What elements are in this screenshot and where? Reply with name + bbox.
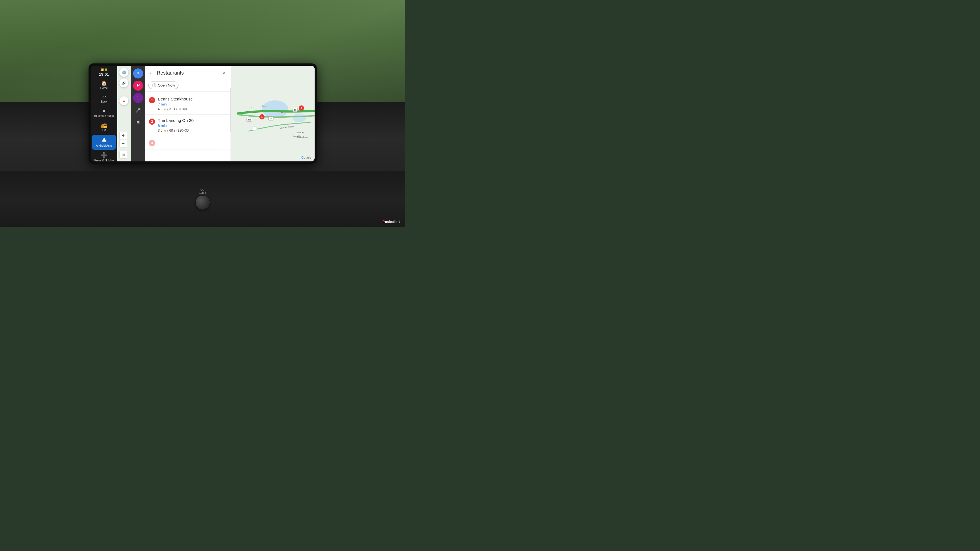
star-icon-2: ★ bbox=[164, 129, 167, 132]
restaurant-info-3: ... bbox=[158, 140, 228, 145]
vol-label: VOLAUDIO bbox=[199, 189, 206, 195]
sidebar-item-android-auto[interactable]: Android Auto bbox=[92, 135, 116, 150]
fm-icon: 📻 bbox=[101, 123, 107, 128]
restaurant-meta-1: 4.8 ★ (313) · $100+ bbox=[158, 107, 228, 111]
panel-back-btn[interactable]: ← bbox=[148, 70, 154, 76]
star-icon-1: ★ bbox=[164, 107, 167, 111]
svg-text:395: 395 bbox=[248, 119, 251, 121]
home-label: Home bbox=[100, 87, 108, 90]
map-controls: ⚙️ 🔊 bbox=[119, 68, 128, 87]
sidebar-item-press-hold[interactable]: ➕ Press & Hold to Add bbox=[92, 150, 116, 161]
panel-header: ← Restaurants × bbox=[145, 66, 231, 79]
restaurant-name-1: Bear's Steakhouse bbox=[158, 97, 228, 101]
clock-icon: 🕐 bbox=[152, 83, 156, 87]
svg-text:Duane Lake: Duane Lake bbox=[297, 136, 308, 138]
pocketlint-p: P bbox=[383, 219, 385, 224]
compass-btn[interactable]: ▲ bbox=[119, 96, 128, 105]
sidebar-item-fm[interactable]: 📻 FM bbox=[92, 121, 116, 134]
scroll-track bbox=[230, 88, 231, 161]
restaurant-num-3: 3 bbox=[149, 140, 155, 146]
panel-close-btn[interactable]: × bbox=[220, 69, 228, 77]
home-icon: 🏠 bbox=[101, 81, 107, 86]
rating-2: 3.5 bbox=[158, 129, 162, 132]
screen-inner: 📶 🔋 19:01 🏠 Home ↩ Back ⨯ Bluetooth Audi… bbox=[91, 66, 315, 161]
svg-point-2 bbox=[262, 100, 288, 118]
layer-btn[interactable]: ⊞ bbox=[119, 151, 127, 159]
bluetooth-audio-label: Bluetooth Audio bbox=[94, 114, 114, 118]
svg-text:er Street: er Street bbox=[260, 105, 266, 107]
restaurant-list[interactable]: 1 Bear's Steakhouse 7 min 4.8 ★ (313) · … bbox=[145, 92, 231, 161]
sidebar-item-bluetooth-audio[interactable]: ⨯ Bluetooth Audio bbox=[92, 106, 116, 120]
compass-area: ▲ bbox=[119, 96, 128, 105]
dashboard-bottom: VOLAUDIO bbox=[0, 171, 406, 227]
vol-knob[interactable] bbox=[196, 195, 210, 210]
sidebar-item-back[interactable]: ↩ Back bbox=[92, 93, 116, 106]
restaurant-name-3: ... bbox=[158, 140, 228, 144]
signal-bars: 📶 bbox=[101, 68, 104, 72]
google-logo: Google bbox=[301, 156, 311, 159]
svg-text:1: 1 bbox=[261, 116, 263, 118]
zoom-out-btn[interactable]: − bbox=[119, 140, 127, 148]
svg-point-3 bbox=[293, 114, 306, 122]
svg-text:son: son bbox=[251, 106, 254, 108]
restaurant-num-1: 1 bbox=[149, 97, 155, 103]
layer-controls: ⊞ bbox=[119, 151, 127, 159]
restaurant-num-2: 2 bbox=[149, 119, 155, 125]
panel-title: Restaurants bbox=[157, 70, 218, 76]
back-icon: ↩ bbox=[102, 95, 106, 99]
rating-1: 4.8 bbox=[158, 107, 162, 111]
fm-label: FM bbox=[102, 129, 106, 132]
svg-marker-0 bbox=[102, 138, 107, 141]
svg-text:88: 88 bbox=[270, 118, 272, 120]
phone-app-icon[interactable]: 📞 bbox=[133, 93, 143, 103]
layer-icon[interactable]: ⊞ bbox=[133, 118, 143, 127]
screen-bezel: 📶 🔋 19:01 🏠 Home ↩ Back ⨯ Bluetooth Audi… bbox=[89, 64, 317, 164]
review-count-2: 68 bbox=[169, 129, 173, 132]
main-content: 395 20 88 7 Schoharie Turnpike Bozenkill… bbox=[117, 66, 315, 161]
signal-indicator: 📶 🔋 bbox=[99, 68, 109, 72]
bluetooth-icon: ⨯ bbox=[102, 108, 106, 114]
restaurant-panel: ← Restaurants × 🕐 Open Now 1 bbox=[145, 66, 231, 161]
battery-icon: 🔋 bbox=[104, 68, 107, 72]
restaurant-item-3-partial[interactable]: 3 ... bbox=[145, 136, 231, 150]
scroll-thumb bbox=[230, 88, 231, 132]
review-count-1: 313 bbox=[169, 107, 175, 111]
restaurant-info-1: Bear's Steakhouse 7 min 4.8 ★ (313) · $1… bbox=[158, 97, 228, 111]
restaurant-meta-2: 3.5 ★ (68) · $20–30 bbox=[158, 129, 228, 132]
sidebar-item-home[interactable]: 🏠 Home bbox=[92, 78, 116, 92]
pocketlint-watermark: Pocketlint bbox=[383, 219, 400, 224]
volume-btn[interactable]: 🔊 bbox=[119, 78, 128, 87]
price-1: $100+ bbox=[179, 107, 189, 111]
reviews-1: ( bbox=[167, 107, 169, 111]
settings-map-btn[interactable]: ⚙️ bbox=[119, 68, 128, 77]
current-time: 19:01 bbox=[99, 72, 109, 77]
back-label: Back bbox=[101, 100, 107, 103]
svg-point-24 bbox=[138, 72, 139, 74]
pocketlint-rest: ocketlint bbox=[385, 219, 400, 224]
filter-bar: 🕐 Open Now bbox=[145, 79, 231, 92]
add-icon: ➕ bbox=[100, 152, 107, 158]
svg-text:Duan...rg: Duan...rg bbox=[296, 132, 304, 134]
restaurant-item-2[interactable]: 2 The Landing On 20 8 min 3.5 ★ (68) · $… bbox=[145, 115, 231, 136]
restaurant-time-2: 8 min bbox=[158, 124, 228, 128]
open-now-filter[interactable]: 🕐 Open Now bbox=[148, 81, 178, 89]
reviews-2: ( bbox=[167, 129, 169, 132]
restaurant-name-2: The Landing On 20 bbox=[158, 118, 228, 123]
android-auto-icon bbox=[101, 137, 107, 143]
apps-strip: P 📞 🎤 ⊞ bbox=[131, 66, 145, 161]
android-auto-label: Android Auto bbox=[96, 144, 112, 148]
sidebar: 📶 🔋 19:01 🏠 Home ↩ Back ⨯ Bluetooth Audi… bbox=[91, 66, 117, 161]
svg-point-18 bbox=[281, 111, 283, 113]
svg-text:7: 7 bbox=[255, 128, 256, 130]
mic-icon[interactable]: 🎤 bbox=[133, 105, 143, 115]
zoom-controls: + − bbox=[119, 132, 127, 148]
time-display: 📶 🔋 19:01 bbox=[98, 67, 110, 78]
price-2: $20–30 bbox=[178, 129, 189, 132]
restaurant-info-2: The Landing On 20 8 min 3.5 ★ (68) · $20… bbox=[158, 118, 228, 132]
restaurant-time-1: 7 min bbox=[158, 102, 228, 106]
app2-icon[interactable]: P bbox=[133, 81, 143, 91]
press-hold-label: Press & Hold to Add bbox=[93, 159, 115, 161]
restaurant-item-1[interactable]: 1 Bear's Steakhouse 7 min 4.8 ★ (313) · … bbox=[145, 93, 231, 115]
zoom-in-btn[interactable]: + bbox=[119, 132, 127, 140]
maps-app-icon[interactable] bbox=[133, 68, 143, 78]
